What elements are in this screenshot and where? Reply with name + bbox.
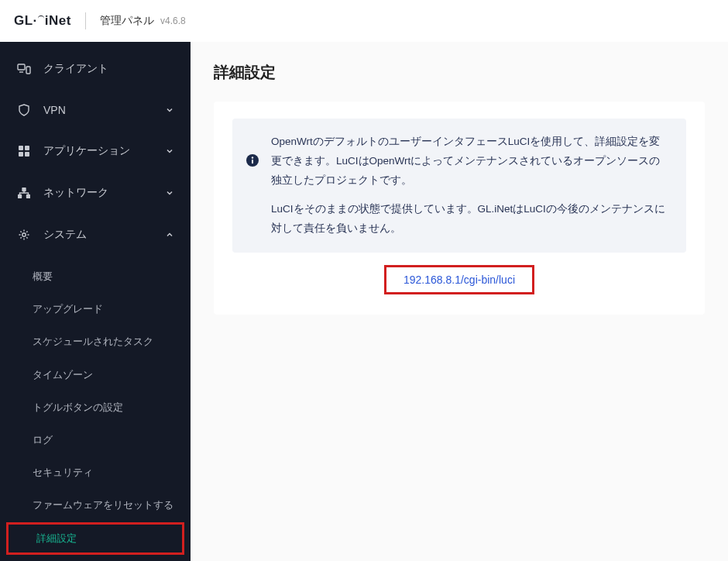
subitem-security[interactable]: セキュリティ <box>0 456 191 489</box>
svg-rect-5 <box>19 152 23 157</box>
logo-left: GL <box>14 13 33 28</box>
svg-rect-8 <box>19 195 22 198</box>
apps-icon <box>17 145 31 157</box>
chevron-up-icon <box>166 231 173 239</box>
sidebar-item-clients[interactable]: クライアント <box>0 48 191 90</box>
panel-title: 管理パネル <box>100 14 154 28</box>
sidebar-item-label: アプリケーション <box>43 144 166 158</box>
chevron-down-icon <box>166 106 173 114</box>
system-submenu: 概要 アップグレード スケジュールされたタスク タイムゾーン トグルボタンの設定… <box>0 256 191 561</box>
subitem-overview[interactable]: 概要 <box>0 260 191 293</box>
sidebar-item-network[interactable]: ネットワーク <box>0 172 191 214</box>
sidebar-item-label: VPN <box>43 104 166 116</box>
chevron-down-icon <box>166 189 173 197</box>
link-row: 192.168.8.1/cgi-bin/luci <box>232 265 686 294</box>
sidebar-item-label: システム <box>43 228 166 242</box>
network-icon <box>17 187 31 199</box>
subitem-upgrade[interactable]: アップグレード <box>0 293 191 325</box>
svg-point-10 <box>22 233 26 236</box>
chevron-down-icon <box>166 147 173 155</box>
sidebar-item-applications[interactable]: アプリケーション <box>0 130 191 172</box>
subitem-scheduled-tasks[interactable]: スケジュールされたタスク <box>0 325 191 358</box>
gear-icon <box>17 229 31 241</box>
info-para-2: LuCIをそのままの状態で提供しています。GL.iNetはLuCIの今後のメンテ… <box>271 200 671 239</box>
svg-rect-9 <box>27 195 30 198</box>
svg-point-12 <box>252 157 253 158</box>
luci-link[interactable]: 192.168.8.1/cgi-bin/luci <box>384 265 534 294</box>
subitem-log[interactable]: ログ <box>0 424 191 456</box>
version-label: v4.6.8 <box>160 15 186 26</box>
logo-right: iNet <box>45 13 71 28</box>
sidebar: クライアント VPN アプリケーション <box>0 42 191 561</box>
page-title: 詳細設定 <box>214 62 705 83</box>
shield-icon <box>17 104 31 116</box>
svg-rect-6 <box>25 152 29 157</box>
header: GL·iNet 管理パネル v4.6.8 <box>0 0 728 42</box>
logo: GL·iNet <box>14 13 71 29</box>
svg-rect-13 <box>252 160 253 164</box>
info-para-1: OpenWrtのデフォルトのユーザーインタフェースLuCIを使用して、詳細設定を… <box>271 133 671 191</box>
svg-rect-7 <box>22 188 26 191</box>
subitem-timezone[interactable]: タイムゾーン <box>0 359 191 391</box>
content: 詳細設定 OpenWrtのデフォルトのユーザーインタフェースLuCIを使用して、… <box>191 42 728 561</box>
info-icon <box>246 154 259 167</box>
svg-rect-4 <box>25 146 29 150</box>
subitem-advanced-settings[interactable]: 詳細設定 <box>6 522 184 555</box>
divider <box>85 12 86 29</box>
svg-rect-0 <box>18 64 25 70</box>
sidebar-item-label: クライアント <box>43 62 173 76</box>
sidebar-item-system[interactable]: システム <box>0 214 191 256</box>
subitem-reset-firmware[interactable]: ファームウェアをリセットする <box>0 489 191 521</box>
clients-icon <box>17 63 31 75</box>
sidebar-item-vpn[interactable]: VPN <box>0 90 191 130</box>
svg-rect-3 <box>19 146 23 150</box>
card: OpenWrtのデフォルトのユーザーインタフェースLuCIを使用して、詳細設定を… <box>214 102 705 315</box>
wifi-arc-icon <box>38 15 44 22</box>
sidebar-item-label: ネットワーク <box>43 186 166 200</box>
subitem-toggle-button[interactable]: トグルボタンの設定 <box>0 391 191 424</box>
svg-rect-1 <box>26 67 30 74</box>
info-text: OpenWrtのデフォルトのユーザーインタフェースLuCIを使用して、詳細設定を… <box>271 133 671 239</box>
info-box: OpenWrtのデフォルトのユーザーインタフェースLuCIを使用して、詳細設定を… <box>232 119 686 253</box>
